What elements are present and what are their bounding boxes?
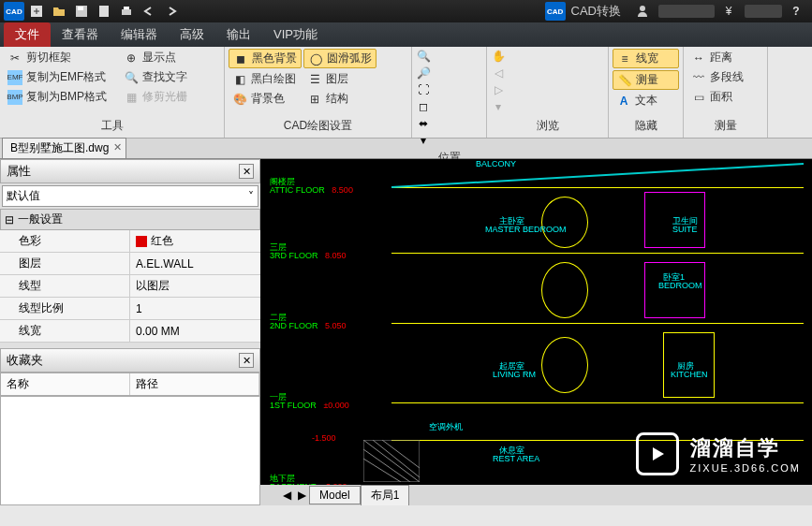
save-icon[interactable] [71,2,92,21]
tab-viewer[interactable]: 查看器 [51,22,110,47]
prop-row-color[interactable]: 色彩 红色 [0,230,260,253]
svg-line-7 [391,164,804,187]
polyline-icon: 〰 [691,70,706,85]
close-icon[interactable]: ✕ [113,141,122,153]
tab-advanced[interactable]: 高级 [169,22,215,47]
copy-bmp-button[interactable]: BMP复制为BMP格式 [4,88,111,106]
text-button[interactable]: A文本 [613,92,679,110]
find-text-button[interactable]: 🔍查找文字 [120,68,191,86]
pan-icon[interactable]: ⬌ [416,116,431,131]
points-icon: ⊕ [124,51,139,66]
tab-file[interactable]: 文件 [4,22,51,47]
open-icon[interactable] [49,2,69,21]
structure-icon: ⊞ [307,92,322,107]
title-bar: CAD CAD CAD转换 ¥ ? [0,0,812,22]
distance-icon: ↔ [691,51,706,66]
prop-row-lineweight[interactable]: 线宽0.00 MM [0,320,260,343]
search-icon: 🔍 [124,70,139,85]
chevron-down-icon[interactable]: ▾ [416,133,431,148]
ribbon: ✂剪切框架 EMF复制为EMF格式 BMP复制为BMP格式 ⊕显示点 🔍查找文字… [0,47,812,139]
label-balcony: BALCONY [476,159,516,168]
collapse-icon: ⊟ [5,213,14,226]
prop-row-scale[interactable]: 线型比例1 [0,298,260,320]
zoom-in-icon[interactable]: 🔍 [416,49,431,64]
user-icon[interactable] [632,2,653,21]
zoom-window-icon[interactable]: ◻ [416,99,431,114]
copy-emf-button[interactable]: EMF复制为EMF格式 [4,68,111,86]
fix-raster-button[interactable]: ▦修剪光栅 [120,88,191,106]
tab-output[interactable]: 输出 [215,22,262,47]
fit-icon[interactable]: ⛶ [416,82,431,97]
hide-group-label: 隐藏 [613,116,679,136]
default-dropdown[interactable]: 默认值 ˅ [2,185,258,207]
tab-vip[interactable]: VIP功能 [262,22,329,47]
bmp-icon: BMP [7,90,22,105]
color-swatch [136,236,147,247]
side-panel: 属性 ✕ 默认值 ˅ ⊟ 一般设置 色彩 红色 图层A.EL.WALL 线型以图… [0,159,260,505]
label-rest-en: REST AREA [493,454,539,463]
crop-icon: ✂ [7,51,22,66]
structure-button[interactable]: ⊞结构 [303,90,376,108]
svg-rect-5 [124,7,129,9]
raster-icon: ▦ [124,90,139,105]
prop-row-linetype[interactable]: 线型以图层 [0,275,260,298]
help-icon[interactable]: ? [786,2,806,21]
svg-rect-4 [122,9,131,15]
document-tab[interactable]: B型别墅施工图.dwg ✕ [2,138,126,158]
hand-icon[interactable]: ✋ [491,49,506,64]
chevron-down-icon: ˅ [248,190,254,203]
bw-icon: ◧ [232,72,247,87]
tab-nav-right-icon[interactable]: ▶ [294,489,309,502]
tools-group-label: 工具 [4,116,220,136]
black-bg-button[interactable]: ◼黑色背景 [229,49,302,68]
zoom-out-icon[interactable]: 🔎 [416,66,431,80]
prop-row-layer[interactable]: 图层A.EL.WALL [0,253,260,275]
properties-close-button[interactable]: ✕ [239,164,254,179]
crop-frame-button[interactable]: ✂剪切框架 [4,49,111,66]
browse-group-label: 浏览 [491,116,604,136]
blurred-area [658,5,715,18]
label-master-en: MASTER BEDROOM [485,225,567,234]
nav-drop-icon[interactable]: ▾ [491,99,506,114]
label-bedroom-en: BEDROOM [658,281,702,290]
drawing-canvas[interactable]: BALCONY 阁楼层 ATTIC FLOOR 8.500 主卧室 MASTER… [260,159,812,505]
new-icon[interactable] [26,2,47,21]
tab-editor[interactable]: 编辑器 [110,22,169,47]
area-icon: ▭ [691,90,706,105]
measure-toggle-button[interactable]: 📏测量 [613,70,679,90]
cad-convert-label[interactable]: CAD转换 [571,3,621,20]
polyline-button[interactable]: 〰多段线 [687,68,763,86]
pdf-icon[interactable] [94,2,114,21]
ruler-icon: 📏 [617,73,632,88]
area-button[interactable]: ▭面积 [687,88,763,106]
layer-button[interactable]: ☰图层 [303,70,376,88]
watermark: 溜溜自学 ZIXUE.3D66.COM [636,432,801,475]
general-settings-header[interactable]: ⊟ 一般设置 [0,209,260,230]
label-suite-en: SUITE [672,225,698,234]
fav-col-path[interactable]: 路径 [130,373,259,395]
nav-right-icon[interactable]: ▷ [491,82,506,97]
nav-left-icon[interactable]: ◁ [491,66,506,80]
bw-draw-button[interactable]: ◧黑白绘图 [229,70,302,88]
smooth-arc-button[interactable]: ◯圆滑弧形 [303,49,376,68]
lineweight-button[interactable]: ≡线宽 [613,49,679,68]
properties-grid: 色彩 红色 图层A.EL.WALL 线型以图层 线型比例1 线宽0.00 MM [0,230,260,343]
fav-col-name[interactable]: 名称 [1,373,130,395]
favorites-body[interactable] [0,396,260,505]
layout1-tab[interactable]: 布局1 [361,485,410,506]
distance-button[interactable]: ↔距离 [687,49,763,66]
show-points-button[interactable]: ⊕显示点 [120,49,191,66]
model-tab[interactable]: Model [309,486,361,504]
redo-icon[interactable] [161,2,182,21]
currency-icon[interactable]: ¥ [718,2,739,21]
favorites-close-button[interactable]: ✕ [239,353,254,368]
print-icon[interactable] [116,2,137,21]
cad-settings-group-label: CAD绘图设置 [229,116,407,136]
menu-tabs: 文件 查看器 编辑器 高级 输出 VIP功能 [0,22,812,47]
undo-icon[interactable] [139,2,159,21]
label-living-en: LIVING RM [493,370,536,379]
bg-color-button[interactable]: 🎨背景色 [229,90,302,108]
play-icon [636,432,679,475]
tab-nav-left-icon[interactable]: ◀ [279,489,294,502]
layout-tabs: ◀ ▶ Model 布局1 [260,485,812,505]
